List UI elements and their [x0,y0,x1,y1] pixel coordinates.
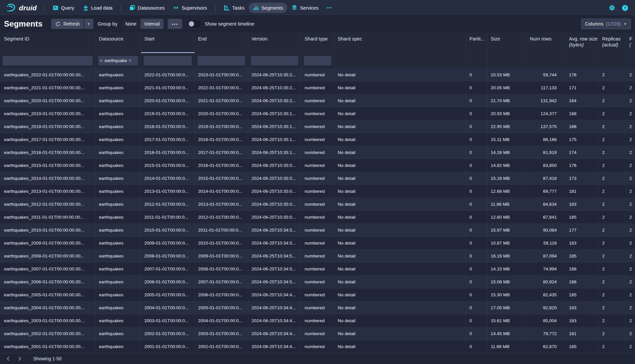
table-row[interactable]: earthquakes_2009-01-01T00:00:00.00...ear… [0,237,635,250]
cell-shard-type: numbered [301,301,334,314]
cell-shard-spec: No detail [334,340,466,353]
settings-gear-icon[interactable] [609,5,615,11]
nav-more-button[interactable] [323,3,335,13]
column-header-segment-id[interactable]: Segment ID [0,32,96,53]
previous-page-button[interactable] [3,354,13,363]
column-header-shard-type[interactable]: Shard type [301,32,334,53]
column-header-factor[interactable]: F( [626,32,635,53]
nav-item-supervisors[interactable]: Supervisors [169,3,211,13]
nav-item-query[interactable]: Query [48,3,79,13]
column-header-datasource[interactable]: Datasource [96,32,141,53]
cell-segment-id: earthquakes_2012-01-01T00:00:00.00... [0,198,96,210]
filter-input-end[interactable] [197,55,246,66]
cell-size: 14.45 MB [487,327,527,340]
table-row[interactable]: earthquakes_2010-01-01T00:00:00.00...ear… [0,224,635,237]
cell-partition: 0 [466,198,487,210]
tasks-icon [224,5,230,11]
refresh-interval-dropdown[interactable]: ▼ [84,19,94,29]
group-by-interval-button[interactable]: Interval [140,19,164,29]
filter-input-shard-type[interactable] [304,55,332,66]
table-row[interactable]: earthquakes_2013-01-01T00:00:00.00...ear… [0,185,635,198]
druid-logo[interactable]: druid [5,3,40,12]
remove-filter-tag-icon[interactable]: ✕ [128,58,132,63]
nav-item-label: Segments [261,5,283,11]
cell-start: 2020-01-01T00:00:0... [141,94,195,107]
refresh-button[interactable]: Refresh [51,19,84,29]
segment-timeline-toggle[interactable] [188,21,201,27]
table-row[interactable]: earthquakes_2021-01-01T00:00:00.00...ear… [0,81,635,94]
table-row[interactable]: earthquakes_2016-01-01T00:00:00.00...ear… [0,146,635,159]
cell-factor: 2 [626,107,635,120]
column-header-start[interactable]: Start [141,32,195,53]
table-row[interactable]: earthquakes_2017-01-01T00:00:00.00...ear… [0,133,635,146]
help-icon[interactable]: ? [622,5,628,11]
cell-version: 2024-06-25T10:35:0... [248,198,301,210]
cell-size: 14.82 MB [487,159,527,172]
table-row[interactable]: earthquakes_2004-01-01T00:00:00.00...ear… [0,301,635,314]
table-row[interactable]: earthquakes_2003-01-01T00:00:00.00...ear… [0,314,635,327]
nav-item-datasources[interactable]: Datasources [125,3,169,13]
filter-input-segment-id[interactable] [2,55,93,66]
cell-replicas: 2 [599,159,626,172]
cell-shard-type: numbered [301,237,334,249]
refresh-icon [55,21,61,27]
table-row[interactable]: earthquakes_2019-01-01T00:00:00.00...ear… [0,107,635,120]
cell-start: 2017-01-01T00:00:0... [141,133,195,146]
cell-segment-id: earthquakes_2019-01-01T00:00:00.00... [0,107,96,120]
cell-factor: 2 [626,120,635,133]
column-header-num-rows[interactable]: Num rows [527,32,566,53]
table-row[interactable]: earthquakes_2011-01-01T00:00:00.00...ear… [0,211,635,224]
table-row[interactable]: earthquakes_2022-01-01T00:00:00.00...ear… [0,68,635,81]
column-header-version[interactable]: Version [248,32,301,53]
columns-dropdown-button[interactable]: Columns (17/20) ▼ [581,19,631,29]
group-by-none-button[interactable]: None [121,19,140,29]
filter-input-start[interactable] [143,55,192,66]
column-header-size[interactable]: Size [487,32,527,53]
table-row[interactable]: earthquakes_2020-01-01T00:00:00.00...ear… [0,94,635,107]
cell-avg-row-size: 181 [566,327,599,340]
cell-num-rows: 117,133 [527,81,566,94]
cell-start: 2011-01-01T00:00:0... [141,211,195,223]
nav-item-segments[interactable]: Segments [249,3,287,13]
cell-shard-spec: No detail [334,301,466,314]
nav-item-tasks[interactable]: Tasks [220,3,249,13]
cell-shard-type: numbered [301,198,334,210]
nav-item-load-data[interactable]: Load data [79,3,117,13]
cell-shard-spec: No detail [334,107,466,120]
filter-cell-partition [466,53,487,68]
table-row[interactable]: earthquakes_2007-01-01T00:00:00.00...ear… [0,262,635,275]
column-header-partition[interactable]: Partit... [466,32,487,53]
table-row[interactable]: earthquakes_2015-01-01T00:00:00.00...ear… [0,159,635,172]
table-row[interactable]: earthquakes_2005-01-01T00:00:00.00...ear… [0,288,635,301]
cell-factor: 2 [626,340,635,353]
cell-datasource: earthquakes [96,340,141,353]
filter-input-version[interactable] [250,55,299,66]
cell-start: 2014-01-01T00:00:0... [141,172,195,184]
cell-shard-spec: No detail [334,94,466,107]
cell-shard-spec: No detail [334,237,466,249]
table-row[interactable]: earthquakes_2008-01-01T00:00:00.00...ear… [0,250,635,262]
table-row[interactable]: earthquakes_2002-01-01T00:00:00.00...ear… [0,327,635,340]
column-header-shard-spec[interactable]: Shard spec [334,32,466,53]
column-header-avg-row-size[interactable]: Avg. row size(bytes) [566,32,599,53]
column-header-end[interactable]: End [195,32,248,53]
cell-shard-type: numbered [301,172,334,184]
cell-datasource: earthquakes [96,211,141,223]
cell-datasource: earthquakes [96,262,141,275]
cell-end: 2018-01-01T00:00:0... [195,133,248,146]
table-row[interactable]: earthquakes_2012-01-01T00:00:00.00...ear… [0,198,635,211]
filter-tagbox-datasource[interactable]: =earthquake✕ [98,55,138,66]
table-row[interactable]: earthquakes_2006-01-01T00:00:00.00...ear… [0,275,635,288]
cell-partition: 0 [466,133,487,146]
nav-item-services[interactable]: Services [287,3,323,13]
cell-avg-row-size: 181 [566,185,599,197]
more-actions-button[interactable]: ••• [168,19,182,29]
cell-partition: 0 [466,107,487,120]
table-row[interactable]: earthquakes_2001-01-01T00:00:00.00...ear… [0,340,635,353]
cell-num-rows: 131,942 [527,94,566,107]
table-row[interactable]: earthquakes_2014-01-01T00:00:00.00...ear… [0,172,635,185]
next-page-button[interactable] [15,354,25,363]
table-row[interactable]: earthquakes_2018-01-01T00:00:00.00...ear… [0,120,635,133]
segment-timeline-label: Show segment timeline [205,21,254,27]
column-header-replicas[interactable]: Replicas(actual) [599,32,626,53]
